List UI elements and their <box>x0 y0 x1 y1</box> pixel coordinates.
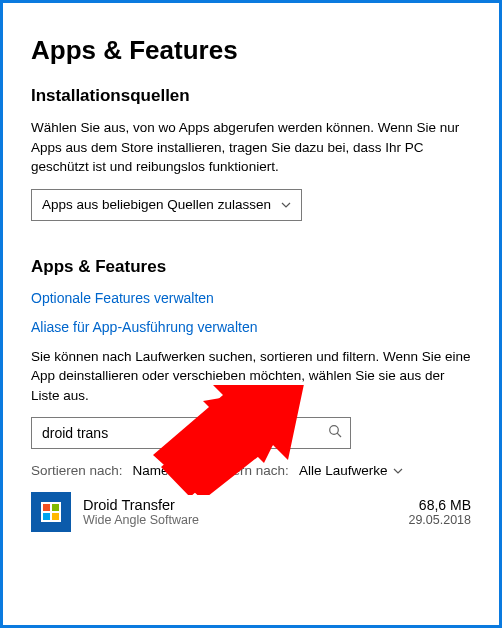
chevron-down-icon <box>175 466 185 476</box>
svg-line-1 <box>337 434 341 438</box>
install-sources-dropdown-value: Apps aus beliebigen Quellen zulassen <box>42 197 271 212</box>
search-input[interactable] <box>40 424 328 442</box>
sort-by-label: Sortieren nach: <box>31 463 123 478</box>
sort-by-control[interactable]: Sortieren nach: Name <box>31 463 185 478</box>
app-icon <box>31 492 71 532</box>
sort-by-value: Name <box>133 463 169 478</box>
apps-list-description: Sie können nach Laufwerken suchen, sorti… <box>31 347 471 406</box>
page-title: Apps & Features <box>31 35 471 66</box>
chevron-down-icon <box>393 466 403 476</box>
section-apps-features-title: Apps & Features <box>31 257 471 277</box>
app-install-date: 29.05.2018 <box>408 513 471 527</box>
svg-point-0 <box>330 426 339 435</box>
filter-by-control[interactable]: Filtern nach: Alle Laufwerke <box>215 463 404 478</box>
filter-by-label: Filtern nach: <box>215 463 289 478</box>
filter-by-value: Alle Laufwerke <box>299 463 388 478</box>
app-name: Droid Transfer <box>83 497 199 513</box>
section-install-sources-title: Installationsquellen <box>31 86 471 106</box>
app-list-item[interactable]: Droid Transfer Wide Angle Software 68,6 … <box>31 492 471 532</box>
app-size: 68,6 MB <box>408 497 471 513</box>
chevron-down-icon <box>281 200 291 210</box>
app-execution-aliases-link[interactable]: Aliase für App-Ausführung verwalten <box>31 319 257 335</box>
install-sources-dropdown[interactable]: Apps aus beliebigen Quellen zulassen <box>31 189 302 221</box>
search-icon <box>328 424 342 442</box>
install-sources-description: Wählen Sie aus, von wo Apps abgerufen we… <box>31 118 471 177</box>
search-box[interactable] <box>31 417 351 449</box>
app-publisher: Wide Angle Software <box>83 513 199 527</box>
optional-features-link[interactable]: Optionale Features verwalten <box>31 290 214 306</box>
